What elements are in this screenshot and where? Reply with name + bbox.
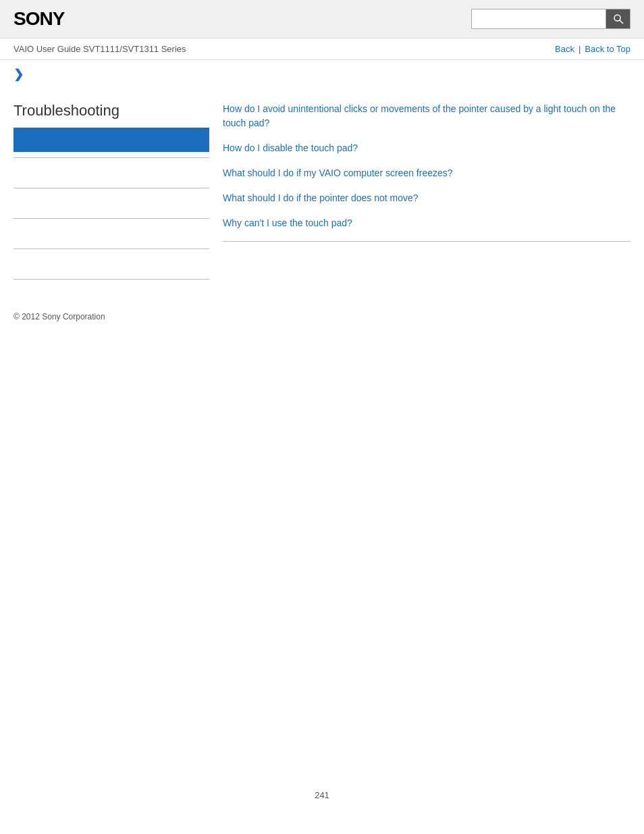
- header: SONY: [0, 0, 644, 38]
- svg-point-0: [614, 15, 620, 21]
- sidebar-item-3: [14, 224, 209, 243]
- content-link-4[interactable]: What should I do if the pointer does not…: [223, 191, 630, 205]
- navbar-separator: |: [579, 44, 581, 54]
- content-link-3[interactable]: What should I do if my VAIO computer scr…: [223, 166, 630, 180]
- footer-copyright: © 2012 Sony Corporation: [0, 298, 644, 328]
- search-input[interactable]: [471, 9, 606, 29]
- content-area: How do I avoid unintentional clicks or m…: [223, 95, 630, 285]
- chevron-right-icon: ❯: [14, 68, 24, 81]
- sidebar-divider-2: [14, 188, 209, 188]
- navbar-links: Back | Back to Top: [555, 44, 630, 54]
- sidebar-divider-4: [14, 249, 209, 249]
- page-number: 241: [301, 777, 343, 814]
- breadcrumb-area: ❯: [0, 60, 644, 82]
- sony-logo: SONY: [14, 8, 64, 30]
- sidebar: Troubleshooting: [14, 95, 209, 285]
- content-link-1[interactable]: How do I avoid unintentional clicks or m…: [223, 102, 630, 130]
- sidebar-active-item[interactable]: [14, 128, 209, 152]
- sidebar-item-2: [14, 194, 209, 213]
- content-link-2[interactable]: How do I disable the touch pad?: [223, 141, 630, 155]
- content-divider: [223, 241, 630, 242]
- sidebar-divider-1: [14, 157, 209, 158]
- copyright-text: © 2012 Sony Corporation: [14, 312, 105, 321]
- sidebar-divider-3: [14, 218, 209, 219]
- svg-line-1: [620, 20, 623, 24]
- content-link-5[interactable]: Why can't I use the touch pad?: [223, 216, 630, 230]
- sidebar-item-1: [14, 163, 209, 182]
- sidebar-item-4: [14, 255, 209, 273]
- navbar: VAIO User Guide SVT1111/SVT1311 Series B…: [0, 38, 644, 60]
- back-link[interactable]: Back: [555, 44, 574, 54]
- sidebar-title: Troubleshooting: [14, 102, 209, 120]
- search-icon: [613, 14, 624, 24]
- search-button[interactable]: [606, 9, 630, 29]
- back-to-top-link[interactable]: Back to Top: [585, 44, 630, 54]
- navbar-title: VAIO User Guide SVT1111/SVT1311 Series: [14, 44, 186, 54]
- main-content: Troubleshooting How do I avoid unintenti…: [0, 82, 644, 298]
- sidebar-divider-5: [14, 279, 209, 280]
- search-area: [471, 9, 630, 29]
